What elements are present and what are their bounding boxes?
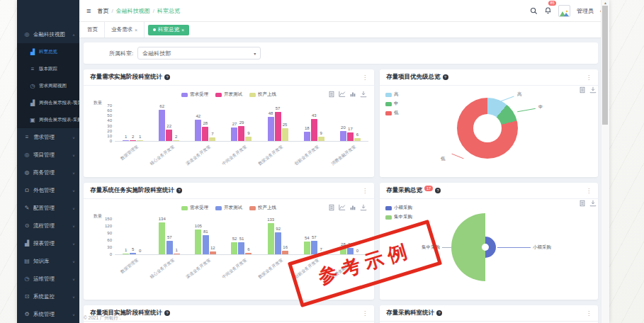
- help-icon[interactable]: ?: [164, 74, 170, 80]
- bar[interactable]: [311, 119, 317, 141]
- sidebar-item[interactable]: ⊙流程管理∨: [17, 217, 79, 234]
- bar[interactable]: [340, 131, 346, 141]
- breadcrumb-current[interactable]: 科室总览: [157, 7, 180, 15]
- search-icon[interactable]: [530, 7, 538, 15]
- tab-close-icon[interactable]: ×: [181, 28, 184, 33]
- sidebar-item[interactable]: Ω外包管理∨: [17, 181, 79, 199]
- help-icon[interactable]: ?: [435, 188, 441, 193]
- menu-collapse-icon[interactable]: ≡: [86, 6, 91, 15]
- legend-item[interactable]: 高: [385, 91, 399, 98]
- sidebar-subitem[interactable]: ◷需求周期视图: [17, 77, 79, 94]
- bar[interactable]: [318, 137, 324, 141]
- bar[interactable]: [195, 120, 201, 141]
- toolbox-download-icon[interactable]: [360, 204, 367, 211]
- sidebar-item[interactable]: ✎配置管理∨: [17, 199, 79, 217]
- help-icon[interactable]: ?: [443, 74, 448, 80]
- bar[interactable]: [347, 132, 354, 141]
- bar[interactable]: [210, 251, 216, 254]
- bar[interactable]: [123, 254, 129, 254]
- help-icon[interactable]: ?: [436, 310, 442, 316]
- sidebar-subitem[interactable]: ▣周例会展示报表-采购: [17, 111, 79, 128]
- tab-业务需求[interactable]: 业务需求×: [105, 22, 145, 38]
- user-name[interactable]: 管理员: [577, 7, 594, 15]
- sidebar-subitem[interactable]: ▟周例会展示报表-项目: [17, 94, 79, 111]
- bar[interactable]: [275, 112, 281, 141]
- breadcrumb-home[interactable]: 首页: [97, 7, 108, 15]
- card-menu-icon[interactable]: ⋮: [586, 310, 592, 317]
- sidebar-item[interactable]: ◷运维管理∨: [17, 270, 79, 288]
- sidebar-item[interactable]: ≡需求管理∨: [17, 128, 79, 146]
- legend-item[interactable]: 低: [385, 110, 399, 116]
- bar[interactable]: [209, 137, 215, 141]
- card-menu-icon[interactable]: ⋮: [586, 188, 592, 194]
- bar[interactable]: [137, 140, 143, 141]
- help-icon[interactable]: ?: [176, 188, 182, 193]
- bar[interactable]: [238, 126, 244, 141]
- tab-首页[interactable]: 首页: [81, 22, 105, 38]
- tab-科室总览[interactable]: 科室总览×: [148, 25, 189, 35]
- legend-item[interactable]: 中: [385, 101, 399, 107]
- bar[interactable]: [159, 110, 165, 141]
- bar[interactable]: [202, 127, 208, 141]
- sidebar-item[interactable]: ⊡系统监控∨: [17, 288, 79, 305]
- bar[interactable]: [166, 241, 173, 254]
- legend-swatch: [385, 102, 392, 106]
- card-menu-icon[interactable]: ⋮: [362, 188, 368, 194]
- card-menu-icon[interactable]: ⋮: [586, 74, 592, 81]
- donut-chart[interactable]: [457, 98, 518, 159]
- toolbox-data-icon[interactable]: [579, 200, 586, 207]
- bar[interactable]: [275, 232, 281, 254]
- sidebar-item[interactable]: ◍商务管理∨: [17, 164, 79, 181]
- bar[interactable]: [354, 138, 361, 141]
- sidebar-item[interactable]: ▤知识库∨: [17, 252, 79, 270]
- bar[interactable]: [304, 132, 310, 141]
- bar[interactable]: [174, 254, 180, 254]
- bar[interactable]: [268, 117, 274, 141]
- help-icon[interactable]: ?: [164, 310, 170, 316]
- toolbox-data-icon[interactable]: [579, 86, 586, 94]
- scrollbar-thumb[interactable]: [602, 6, 608, 125]
- toolbox-download-icon[interactable]: [589, 200, 597, 207]
- sidebar-item[interactable]: ⚙系统管理∨: [17, 305, 79, 323]
- bar[interactable]: [238, 242, 244, 254]
- card-body: 需求受理开发测试投产上线数量01020304050607012162222422…: [84, 86, 374, 163]
- bar[interactable]: [245, 137, 252, 141]
- avatar[interactable]: [558, 5, 570, 17]
- bar[interactable]: [231, 128, 237, 141]
- bar[interactable]: [173, 140, 179, 141]
- bar[interactable]: [195, 230, 201, 254]
- bar[interactable]: [282, 251, 288, 254]
- sidebar-item[interactable]: ◎金融科技视图∧: [17, 26, 79, 43]
- bar[interactable]: [159, 222, 165, 254]
- bar[interactable]: [268, 223, 274, 254]
- sidebar-subitem[interactable]: ≡版本跟踪: [17, 60, 79, 77]
- tab-close-icon[interactable]: ×: [135, 28, 137, 33]
- bar[interactable]: [166, 130, 172, 141]
- toolbox-data-icon[interactable]: [328, 91, 335, 98]
- sidebar-item[interactable]: ▟报表管理∨: [17, 234, 79, 252]
- bar[interactable]: [130, 253, 136, 254]
- bar[interactable]: [304, 242, 310, 254]
- toolbox-download-icon[interactable]: [360, 91, 367, 98]
- bar[interactable]: [282, 128, 288, 141]
- sidebar-item[interactable]: ◎项目管理∨: [17, 146, 79, 164]
- sidebar-subitem[interactable]: ▟科室总览: [17, 43, 79, 60]
- legend-item[interactable]: 集中采购: [385, 214, 412, 220]
- bar[interactable]: [123, 140, 129, 141]
- breadcrumb-section[interactable]: 金融科技视图: [116, 7, 150, 15]
- scrollbar[interactable]: ▲: [601, 0, 609, 323]
- scroll-up-icon[interactable]: ▲: [601, 1, 609, 5]
- department-select[interactable]: 金融科技部 ▾: [137, 47, 261, 60]
- bar[interactable]: [245, 253, 252, 254]
- bar[interactable]: [203, 235, 209, 254]
- legend-item[interactable]: 小额采购: [385, 205, 412, 211]
- rose-large-segment[interactable]: [451, 213, 485, 281]
- card-menu-icon[interactable]: ⋮: [362, 74, 368, 81]
- toolbox-data-icon[interactable]: [328, 204, 335, 211]
- card-menu-icon[interactable]: ⋮: [362, 310, 368, 317]
- notification-bell[interactable]: 85: [544, 4, 552, 17]
- toolbox-download-icon[interactable]: [589, 86, 597, 94]
- bar[interactable]: [311, 241, 317, 254]
- bar[interactable]: [130, 140, 136, 141]
- bar[interactable]: [231, 242, 237, 254]
